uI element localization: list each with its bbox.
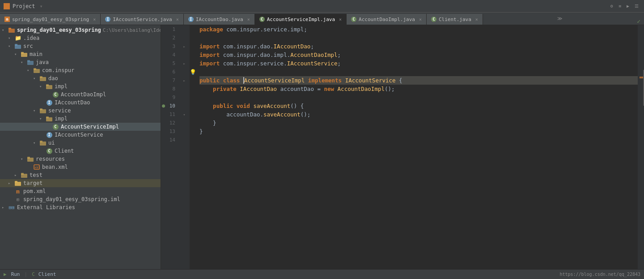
tab-close-iaccountservice[interactable]: ×	[176, 17, 179, 22]
code-line-9	[199, 93, 638, 102]
tree-item-com-inspur[interactable]: ▾ com.inspur	[0, 66, 161, 74]
tab-overflow[interactable]: ≫	[554, 16, 566, 21]
svg-rect-9	[27, 60, 30, 62]
code-lines[interactable]: package com.inspur.service.impl; import …	[198, 25, 638, 269]
more-btn[interactable]: ☰	[633, 3, 640, 9]
tree-item-service-impl[interactable]: ▾ impl	[0, 115, 161, 123]
settings-btn[interactable]: ⚙	[609, 3, 615, 9]
tree-item-ui[interactable]: ▾ ui	[0, 139, 161, 147]
gutter-12	[179, 119, 190, 127]
code-line-13: }	[199, 127, 638, 136]
tab-icon-iaccountdao: I	[188, 17, 194, 22]
tree-item-iml[interactable]: ⊞ spring_day01_eesy_03spring.iml	[0, 195, 161, 203]
tab-close-iaccountdao[interactable]: ×	[247, 17, 250, 22]
tab-close-pom[interactable]: ×	[93, 17, 96, 22]
tree-item-accountdaoimpl[interactable]: C AccountDaoImpl	[0, 90, 161, 99]
java-c-icon-accountdaoimpl: C	[52, 91, 59, 98]
tab-client[interactable]: C Client.java ×	[427, 14, 483, 25]
tree-label-main: main	[30, 51, 42, 57]
tab-iaccountservice[interactable]: I IAccountService.java ×	[101, 14, 183, 25]
folder-dao-impl-icon	[46, 83, 53, 90]
gutter: ▸ ▸ ▸ ▾	[179, 25, 190, 269]
tree-item-target[interactable]: ▸ target	[0, 179, 161, 187]
tab-pom[interactable]: m spring_day01_eesy_03spring ×	[0, 14, 101, 25]
tree-item-dao[interactable]: ▾ dao	[0, 74, 161, 82]
tab-close-client[interactable]: ×	[475, 17, 478, 22]
code-editor[interactable]: 1 2 3 4 5 6 7 8 9 ● 10 11 12 13 14	[161, 25, 644, 269]
tree-item-iaccountservice[interactable]: I IAccountService	[0, 131, 161, 139]
run-separator: |	[25, 271, 28, 277]
code-line-14	[199, 136, 638, 144]
gutter-3: ▸	[179, 42, 190, 51]
tree-item-main[interactable]: ▾ main	[0, 50, 161, 58]
tree-item-test[interactable]: ▸ test	[0, 171, 161, 179]
tree-label-resources: resources	[36, 156, 65, 162]
gutter-10	[179, 102, 190, 110]
tree-label-root: spring_day01_eesy_03spring	[17, 27, 101, 33]
java-c-icon-client: C	[46, 148, 53, 154]
tree-item-beanxml[interactable]: xml bean.xml	[0, 163, 161, 171]
title-bar-actions[interactable]: ⚙ ≡ ▶ ☰	[609, 3, 640, 9]
tree-label-dao-impl: impl	[55, 83, 68, 90]
line-num-3: 3	[163, 42, 175, 51]
tree-label-test: test	[30, 172, 42, 178]
folder-src-icon	[14, 43, 21, 49]
lightbulb-icon[interactable]: 💡	[190, 69, 196, 75]
tree-arrow-service-impl: ▾	[39, 116, 46, 121]
tree-item-service[interactable]: ▾ service	[0, 107, 161, 115]
code-line-3: import com.inspur.dao.IAccountDao;	[199, 42, 638, 51]
svg-rect-17	[40, 108, 42, 110]
type-iaccountdao: IAccountDao	[240, 85, 277, 93]
run-config-btn[interactable]: ▶	[625, 3, 631, 9]
tree-item-ext-libs[interactable]: ▸ ⊞⊞ External Libraries	[0, 203, 161, 211]
tab-label-iaccountservice: IAccountService.java	[113, 17, 172, 22]
gutter-9	[179, 93, 190, 102]
xml-icon-beanxml: xml	[33, 164, 40, 170]
tree-arrow-ext-libs: ▸	[2, 205, 8, 210]
tab-iaccountdao[interactable]: I IAccountDao.java ×	[184, 14, 255, 25]
tree-item-java[interactable]: ▾ java	[0, 58, 161, 66]
bottom-bar: ▶ Run | C Client https://blog.csdn.net/q…	[0, 269, 644, 279]
fn-call-saveaccount: saveAccount	[263, 110, 301, 119]
tab-accountdaoimpl[interactable]: C AccountDaoImpl.java ×	[347, 14, 427, 25]
tree-item-iaccountdao[interactable]: I IAccountDao	[0, 99, 161, 107]
gutter-1	[179, 25, 190, 34]
gutter-6	[179, 68, 190, 76]
title-bar-left: Project ▾	[4, 3, 45, 9]
tree-item-client[interactable]: C Client	[0, 147, 161, 155]
folder-service-icon	[39, 107, 47, 114]
tree-item-resources[interactable]: ▾ resources	[0, 155, 161, 163]
build-btn[interactable]: ≡	[617, 3, 623, 9]
tree-item-src[interactable]: ▾ src	[0, 42, 161, 50]
run-label: Run	[11, 271, 20, 277]
code-line-6	[199, 68, 638, 76]
svg-rect-3	[8, 28, 11, 30]
lb-14	[190, 136, 198, 144]
lightbulb-gutter: 💡	[190, 25, 198, 269]
bottom-bar-left: ▶ Run | C Client	[4, 271, 56, 277]
tree-arrow-root: ▾	[2, 28, 8, 32]
tab-bar: m spring_day01_eesy_03spring × I IAccoun…	[0, 13, 644, 25]
tree-label-src: src	[23, 43, 33, 49]
line-num-5: 5	[163, 59, 175, 68]
bottom-bar-right: https://blog.csdn.net/qq_22843	[559, 272, 640, 277]
tab-close-accountserviceimpl[interactable]: ×	[339, 17, 342, 22]
project-tree[interactable]: ▾ spring_day01_eesy_03spring C:\Users\ba…	[0, 25, 161, 269]
tab-label-accountdaoimpl: AccountDaoImpl.java	[359, 17, 415, 22]
tree-item-root[interactable]: ▾ spring_day01_eesy_03spring C:\Users\ba…	[0, 26, 161, 34]
tree-item-idea[interactable]: ▾ 📁 .idea	[0, 34, 161, 42]
lb-4	[190, 51, 198, 59]
tree-item-accountserviceimpl[interactable]: C AccountServiceImpl	[0, 123, 161, 131]
tree-item-dao-impl[interactable]: ▾ impl	[0, 82, 161, 90]
tab-close-accountdaoimpl[interactable]: ×	[419, 17, 422, 22]
svg-text:xml: xml	[34, 166, 40, 169]
tree-item-pomxml[interactable]: m pom.xml	[0, 187, 161, 195]
kw-import3: import	[199, 59, 220, 68]
tree-label-accountserviceimpl: AccountServiceImpl	[61, 124, 119, 130]
tab-icon-accountserviceimpl: C	[259, 17, 265, 22]
code-line-5: import com.inspur.service.IAccountServic…	[199, 59, 638, 68]
lb-2	[190, 34, 198, 42]
gutter-8	[179, 85, 190, 93]
tab-accountserviceimpl[interactable]: C AccountServiceImpl.java ×	[255, 14, 347, 25]
kw-import2: import	[199, 51, 220, 59]
